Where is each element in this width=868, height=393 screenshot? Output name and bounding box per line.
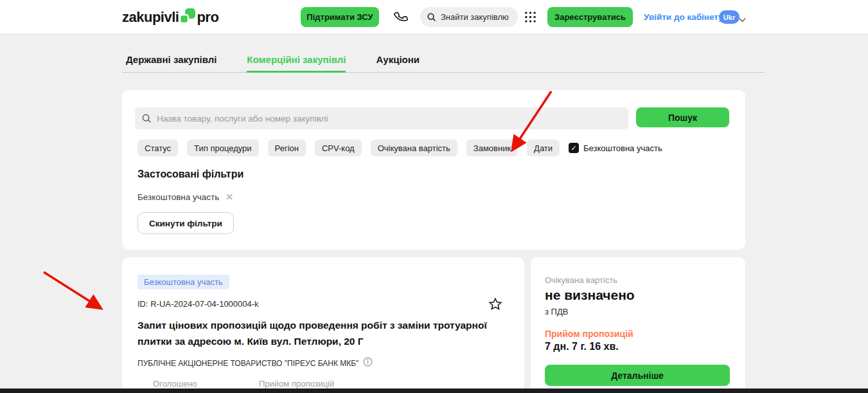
tab-auctions[interactable]: Аукціони — [376, 54, 420, 73]
logo[interactable]: zakupivli pro — [122, 8, 218, 27]
logo-text-right: pro — [197, 9, 218, 26]
header-search-label: Знайти закупівлю — [441, 12, 509, 22]
reset-filters-button[interactable]: Скинути фільтри — [137, 212, 234, 234]
proposals-acceptance-label: Прийом пропозицій — [545, 329, 633, 339]
search-icon — [427, 12, 436, 22]
header-search-link[interactable]: Знайти закупівлю — [420, 7, 518, 27]
phone-icon[interactable] — [394, 10, 407, 26]
organization-row: ПУБЛІЧНЕ АКЦІОНЕРНЕ ТОВАРИСТВО "ПІРЕУС Б… — [137, 357, 373, 369]
login-link[interactable]: Увійти до кабінету — [644, 12, 723, 22]
time-remaining: 7 дн. 7 г. 16 хв. — [545, 341, 619, 352]
language-selector[interactable]: Ukr — [719, 10, 740, 24]
tender-id: ID: R-UA-2024-07-04-1000004-k — [137, 299, 259, 309]
checkbox-checked-icon[interactable]: ✓ — [569, 143, 579, 153]
applied-filter-tag-label: Безкоштовна участь — [137, 192, 219, 202]
acceptance-label: Прийом пропозицій — [259, 379, 334, 388]
logo-text-left: zakupivli — [122, 9, 179, 26]
support-army-button[interactable]: Підтримати ЗСУ — [301, 7, 379, 27]
filter-chip-region[interactable]: Регіон — [268, 140, 306, 156]
tab-commercial-procurement[interactable]: Комерційні закупівлі — [247, 54, 346, 73]
header: zakupivli pro Підтримати ЗСУ Знайти заку… — [0, 0, 868, 34]
announced-label: Оголошено — [153, 379, 197, 388]
expected-value-label: Очікувана вартість — [545, 275, 617, 285]
filter-chip-expected-value[interactable]: Очікувана вартість — [371, 140, 457, 156]
free-participation-badge: Безкоштовна участь — [137, 275, 229, 289]
bottom-window-edge — [0, 388, 868, 393]
search-icon — [141, 113, 152, 123]
applied-filters-title: Застосовані фільтри — [137, 169, 244, 180]
filter-chip-procedure-type[interactable]: Тип процедури — [187, 140, 258, 156]
logo-icon — [179, 8, 196, 27]
search-input-wrap — [135, 107, 628, 129]
annotation-arrow-card — [44, 272, 100, 307]
vat-note: з ПДВ — [545, 307, 568, 316]
free-participation-checkbox[interactable]: ✓ Безкоштовна участь — [569, 143, 662, 153]
chevron-down-icon[interactable] — [739, 14, 746, 25]
page: zakupivli pro Підтримати ЗСУ Знайти заку… — [0, 0, 868, 393]
filter-chips-row: Статус Тип процедури Регіон CPV-код Очік… — [137, 140, 662, 156]
main-tabs: Державні закупівлі Комерційні закупівлі … — [126, 54, 420, 73]
filter-chip-status[interactable]: Статус — [137, 140, 178, 156]
details-button[interactable]: Детальніше — [545, 365, 730, 386]
tender-summary-card: Очікувана вартість не визначено з ПДВ Пр… — [531, 257, 745, 393]
filter-panel: Пошук Статус Тип процедури Регіон CPV-ко… — [122, 90, 745, 250]
search-input[interactable] — [157, 114, 622, 123]
organization-name: ПУБЛІЧНЕ АКЦІОНЕРНЕ ТОВАРИСТВО "ПІРЕУС Б… — [137, 359, 359, 368]
register-button[interactable]: Зареєструватись — [547, 7, 633, 27]
checkbox-label: Безкоштовна участь — [583, 143, 662, 153]
remove-filter-icon[interactable]: ✕ — [226, 192, 233, 202]
filter-chip-dates[interactable]: Дати — [527, 140, 560, 156]
expected-value: не визначено — [545, 288, 635, 303]
apps-grid-icon[interactable] — [525, 12, 536, 25]
favorite-star-icon[interactable] — [488, 297, 502, 314]
tender-card: Безкоштовна участь ID: R-UA-2024-07-04-1… — [122, 257, 524, 393]
filter-chip-cpv-code[interactable]: CPV-код — [315, 140, 362, 156]
tender-title[interactable]: Запит цінових пропозицій щодо проведення… — [137, 317, 490, 349]
filter-chip-customer[interactable]: Замовник — [466, 140, 518, 156]
info-icon[interactable] — [363, 357, 373, 369]
tab-state-procurement[interactable]: Державні закупівлі — [126, 54, 217, 73]
search-button[interactable]: Пошук — [636, 107, 729, 127]
applied-filter-tag: Безкоштовна участь ✕ — [137, 192, 233, 202]
